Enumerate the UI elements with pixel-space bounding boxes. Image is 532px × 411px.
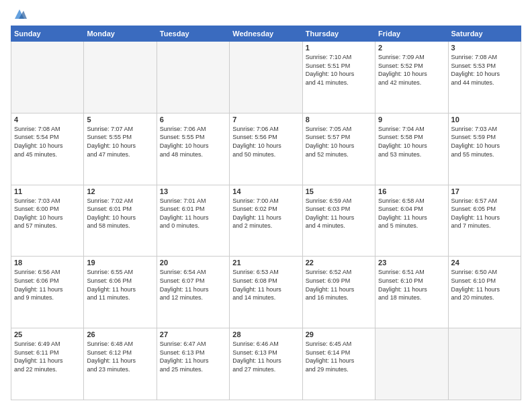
day-number: 27 — [160, 330, 226, 338]
day-number: 28 — [232, 330, 299, 338]
cell-info: Sunrise: 7:08 AM Sunset: 5:53 PM Dayligh… — [451, 53, 518, 87]
page: SundayMondayTuesdayWednesdayThursdayFrid… — [0, 0, 532, 411]
day-number: 13 — [160, 187, 226, 195]
day-number: 8 — [306, 116, 372, 124]
calendar-table: SundayMondayTuesdayWednesdayThursdayFrid… — [11, 26, 521, 400]
day-number: 26 — [87, 330, 153, 338]
calendar-cell: 2Sunrise: 7:09 AM Sunset: 5:52 PM Daylig… — [375, 42, 448, 113]
calendar-cell: 26Sunrise: 6:48 AM Sunset: 6:12 PM Dayli… — [84, 328, 157, 400]
cell-info: Sunrise: 7:01 AM Sunset: 6:01 PM Dayligh… — [160, 197, 226, 230]
day-number: 23 — [378, 259, 445, 267]
week-row-5: 25Sunrise: 6:49 AM Sunset: 6:11 PM Dayli… — [11, 328, 521, 400]
cell-info: Sunrise: 6:47 AM Sunset: 6:13 PM Dayligh… — [160, 340, 226, 373]
day-number: 1 — [306, 44, 372, 52]
week-row-1: 1Sunrise: 7:10 AM Sunset: 5:51 PM Daylig… — [11, 42, 521, 113]
day-number: 15 — [306, 187, 372, 195]
calendar-cell: 5Sunrise: 7:07 AM Sunset: 5:55 PM Daylig… — [84, 113, 157, 185]
cell-info: Sunrise: 6:55 AM Sunset: 6:06 PM Dayligh… — [87, 268, 153, 302]
day-number: 2 — [378, 44, 445, 52]
cell-info: Sunrise: 6:59 AM Sunset: 6:03 PM Dayligh… — [306, 197, 372, 230]
cell-info: Sunrise: 7:10 AM Sunset: 5:51 PM Dayligh… — [306, 53, 372, 87]
day-number: 5 — [87, 116, 153, 124]
cell-info: Sunrise: 6:54 AM Sunset: 6:07 PM Dayligh… — [160, 268, 226, 302]
calendar-cell: 7Sunrise: 7:06 AM Sunset: 5:56 PM Daylig… — [230, 113, 302, 185]
cell-info: Sunrise: 7:09 AM Sunset: 5:52 PM Dayligh… — [378, 53, 445, 87]
day-number: 4 — [14, 116, 81, 124]
cell-info: Sunrise: 7:03 AM Sunset: 5:59 PM Dayligh… — [451, 125, 518, 158]
calendar-cell: 14Sunrise: 7:00 AM Sunset: 6:02 PM Dayli… — [230, 185, 302, 257]
calendar-cell: 9Sunrise: 7:04 AM Sunset: 5:58 PM Daylig… — [375, 113, 448, 185]
calendar-cell: 25Sunrise: 6:49 AM Sunset: 6:11 PM Dayli… — [11, 328, 84, 400]
calendar-cell: 27Sunrise: 6:47 AM Sunset: 6:13 PM Dayli… — [157, 328, 229, 400]
cell-info: Sunrise: 6:46 AM Sunset: 6:13 PM Dayligh… — [232, 340, 299, 373]
calendar-cell: 10Sunrise: 7:03 AM Sunset: 5:59 PM Dayli… — [448, 113, 521, 185]
day-number: 6 — [160, 116, 226, 124]
header-cell-wednesday: Wednesday — [230, 26, 302, 42]
calendar-body: 1Sunrise: 7:10 AM Sunset: 5:51 PM Daylig… — [11, 42, 521, 400]
calendar-cell: 4Sunrise: 7:08 AM Sunset: 5:54 PM Daylig… — [11, 113, 84, 185]
logo — [11, 11, 27, 19]
header — [11, 11, 521, 19]
calendar-cell: 16Sunrise: 6:58 AM Sunset: 6:04 PM Dayli… — [375, 185, 448, 257]
cell-info: Sunrise: 7:05 AM Sunset: 5:57 PM Dayligh… — [306, 125, 372, 158]
cell-info: Sunrise: 7:07 AM Sunset: 5:55 PM Dayligh… — [87, 125, 153, 158]
cell-info: Sunrise: 6:53 AM Sunset: 6:08 PM Dayligh… — [232, 268, 299, 302]
calendar-cell: 3Sunrise: 7:08 AM Sunset: 5:53 PM Daylig… — [448, 42, 521, 113]
header-cell-friday: Friday — [375, 26, 448, 42]
calendar-cell: 23Sunrise: 6:51 AM Sunset: 6:10 PM Dayli… — [375, 257, 448, 328]
header-cell-thursday: Thursday — [302, 26, 375, 42]
cell-info: Sunrise: 7:06 AM Sunset: 5:55 PM Dayligh… — [160, 125, 226, 158]
cell-info: Sunrise: 7:04 AM Sunset: 5:58 PM Dayligh… — [378, 125, 445, 158]
calendar-cell: 8Sunrise: 7:05 AM Sunset: 5:57 PM Daylig… — [302, 113, 375, 185]
cell-info: Sunrise: 6:56 AM Sunset: 6:06 PM Dayligh… — [14, 268, 81, 302]
calendar-cell — [375, 328, 448, 400]
day-number: 29 — [306, 330, 372, 338]
day-number: 9 — [378, 116, 445, 124]
cell-info: Sunrise: 7:08 AM Sunset: 5:54 PM Dayligh… — [14, 125, 81, 158]
header-cell-sunday: Sunday — [11, 26, 84, 42]
calendar-header: SundayMondayTuesdayWednesdayThursdayFrid… — [11, 26, 521, 42]
day-number: 21 — [232, 259, 299, 267]
cell-info: Sunrise: 6:52 AM Sunset: 6:09 PM Dayligh… — [306, 268, 372, 302]
day-number: 11 — [14, 187, 81, 195]
week-row-4: 18Sunrise: 6:56 AM Sunset: 6:06 PM Dayli… — [11, 257, 521, 328]
calendar-cell — [448, 328, 521, 400]
header-cell-monday: Monday — [84, 26, 157, 42]
calendar-cell — [157, 42, 229, 113]
day-number: 3 — [451, 44, 518, 52]
header-cell-saturday: Saturday — [448, 26, 521, 42]
calendar-cell: 18Sunrise: 6:56 AM Sunset: 6:06 PM Dayli… — [11, 257, 84, 328]
cell-info: Sunrise: 6:45 AM Sunset: 6:14 PM Dayligh… — [306, 340, 372, 373]
cell-info: Sunrise: 6:51 AM Sunset: 6:10 PM Dayligh… — [378, 268, 445, 302]
day-number: 18 — [14, 259, 81, 267]
cell-info: Sunrise: 6:50 AM Sunset: 6:10 PM Dayligh… — [451, 268, 518, 302]
cell-info: Sunrise: 6:49 AM Sunset: 6:11 PM Dayligh… — [14, 340, 81, 373]
calendar-cell: 17Sunrise: 6:57 AM Sunset: 6:05 PM Dayli… — [448, 185, 521, 257]
week-row-2: 4Sunrise: 7:08 AM Sunset: 5:54 PM Daylig… — [11, 113, 521, 185]
day-number: 16 — [378, 187, 445, 195]
calendar-cell — [230, 42, 302, 113]
day-number: 14 — [232, 187, 299, 195]
day-number: 17 — [451, 187, 518, 195]
calendar-cell: 28Sunrise: 6:46 AM Sunset: 6:13 PM Dayli… — [230, 328, 302, 400]
cell-info: Sunrise: 6:48 AM Sunset: 6:12 PM Dayligh… — [87, 340, 153, 373]
cell-info: Sunrise: 7:02 AM Sunset: 6:01 PM Dayligh… — [87, 197, 153, 230]
calendar-cell: 19Sunrise: 6:55 AM Sunset: 6:06 PM Dayli… — [84, 257, 157, 328]
calendar-cell: 12Sunrise: 7:02 AM Sunset: 6:01 PM Dayli… — [84, 185, 157, 257]
calendar-cell: 29Sunrise: 6:45 AM Sunset: 6:14 PM Dayli… — [302, 328, 375, 400]
cell-info: Sunrise: 7:00 AM Sunset: 6:02 PM Dayligh… — [232, 197, 299, 230]
calendar-cell: 24Sunrise: 6:50 AM Sunset: 6:10 PM Dayli… — [448, 257, 521, 328]
logo-text — [11, 11, 27, 19]
day-number: 24 — [451, 259, 518, 267]
day-number: 20 — [160, 259, 226, 267]
day-number: 12 — [87, 187, 153, 195]
day-number: 25 — [14, 330, 81, 338]
logo-icon — [12, 7, 27, 21]
day-number: 22 — [306, 259, 372, 267]
cell-info: Sunrise: 6:57 AM Sunset: 6:05 PM Dayligh… — [451, 197, 518, 230]
cell-info: Sunrise: 6:58 AM Sunset: 6:04 PM Dayligh… — [378, 197, 445, 230]
calendar-cell — [11, 42, 84, 113]
day-number: 19 — [87, 259, 153, 267]
calendar-cell: 13Sunrise: 7:01 AM Sunset: 6:01 PM Dayli… — [157, 185, 229, 257]
day-number: 7 — [232, 116, 299, 124]
